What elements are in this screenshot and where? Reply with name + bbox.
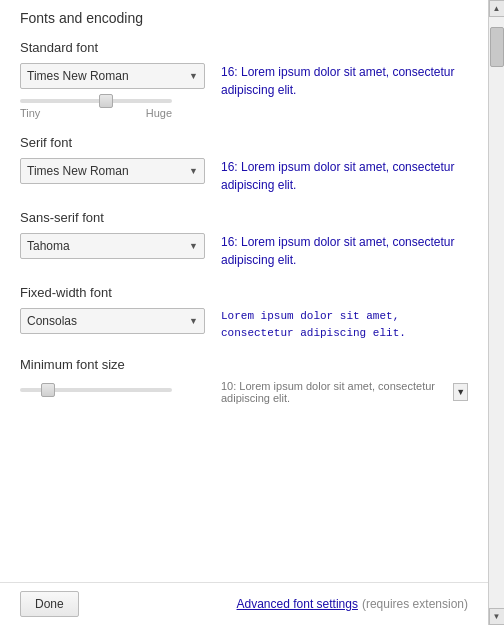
standard-font-select[interactable]: Times New Roman ▼ [20, 63, 205, 89]
standard-font-slider-track[interactable] [20, 99, 172, 103]
sans-serif-font-row: Tahoma ▼ 16: Lorem ipsum dolor sit amet,… [20, 233, 468, 269]
scrollbar-thumb[interactable] [490, 27, 504, 67]
bottom-bar-left: Done [20, 591, 79, 617]
main-content: Fonts and encoding Standard font Times N… [0, 0, 488, 625]
standard-font-slider-thumb[interactable] [99, 94, 113, 108]
bottom-bar-right: Advanced font settings (requires extensi… [237, 597, 468, 611]
slider-huge-label: Huge [146, 107, 172, 119]
standard-font-section: Standard font Times New Roman ▼ Tiny Hug… [20, 40, 468, 119]
sans-serif-font-preview: 16: Lorem ipsum dolor sit amet, consecte… [221, 233, 461, 269]
min-font-size-row: 10: Lorem ipsum dolor sit amet, consecte… [20, 380, 468, 404]
standard-font-slider-labels: Tiny Huge [20, 107, 172, 119]
done-button[interactable]: Done [20, 591, 79, 617]
bottom-bar: Done Advanced font settings (requires ex… [0, 582, 488, 625]
scrollbar-up-arrow[interactable]: ▲ [489, 0, 505, 17]
slider-tiny-label: Tiny [20, 107, 40, 119]
advanced-font-settings-link[interactable]: Advanced font settings [237, 597, 358, 611]
serif-font-label: Serif font [20, 135, 468, 150]
serif-font-controls: Times New Roman ▼ [20, 158, 205, 184]
min-font-size-dropdown-btn[interactable]: ▼ [453, 383, 468, 401]
standard-font-row: Times New Roman ▼ Tiny Huge 16: Lorem ip… [20, 63, 468, 119]
sans-serif-font-dropdown-icon: ▼ [189, 241, 198, 251]
serif-font-section: Serif font Times New Roman ▼ 16: Lorem i… [20, 135, 468, 194]
serif-font-dropdown-icon: ▼ [189, 166, 198, 176]
standard-font-select-text: Times New Roman [27, 69, 185, 83]
page-title: Fonts and encoding [20, 10, 468, 26]
standard-font-preview: 16: Lorem ipsum dolor sit amet, consecte… [221, 63, 461, 99]
fixed-width-font-controls: Consolas ▼ [20, 308, 205, 334]
requires-extension-text: (requires extension) [362, 597, 468, 611]
min-font-size-preview: 10: Lorem ipsum dolor sit amet, consecte… [221, 380, 449, 404]
sans-serif-font-select-text: Tahoma [27, 239, 185, 253]
serif-font-select-text: Times New Roman [27, 164, 185, 178]
fixed-width-font-select[interactable]: Consolas ▼ [20, 308, 205, 334]
serif-font-row: Times New Roman ▼ 16: Lorem ipsum dolor … [20, 158, 468, 194]
min-font-size-slider-thumb[interactable] [41, 383, 55, 397]
scrollbar-track[interactable] [489, 17, 504, 608]
min-font-size-preview-row: 10: Lorem ipsum dolor sit amet, consecte… [221, 380, 468, 404]
min-font-size-slider-track[interactable] [20, 388, 172, 392]
fixed-width-font-label: Fixed-width font [20, 285, 468, 300]
standard-font-controls: Times New Roman ▼ Tiny Huge [20, 63, 205, 119]
fixed-width-font-section: Fixed-width font Consolas ▼ Lorem ipsum … [20, 285, 468, 341]
fixed-width-font-dropdown-icon: ▼ [189, 316, 198, 326]
standard-font-dropdown-icon: ▼ [189, 71, 198, 81]
fixed-width-font-row: Consolas ▼ Lorem ipsum dolor sit amet, c… [20, 308, 468, 341]
standard-font-slider-container: Tiny Huge [20, 95, 205, 119]
min-font-size-label: Minimum font size [20, 357, 468, 372]
min-font-size-controls [20, 380, 205, 396]
scrollbar-down-arrow[interactable]: ▼ [489, 608, 505, 625]
standard-font-label: Standard font [20, 40, 468, 55]
scrollbar: ▲ ▼ [488, 0, 504, 625]
serif-font-preview: 16: Lorem ipsum dolor sit amet, consecte… [221, 158, 461, 194]
fixed-width-font-preview: Lorem ipsum dolor sit amet, consectetur … [221, 308, 461, 341]
sans-serif-font-label: Sans-serif font [20, 210, 468, 225]
sans-serif-font-select[interactable]: Tahoma ▼ [20, 233, 205, 259]
fixed-width-font-select-text: Consolas [27, 314, 185, 328]
min-font-size-section: Minimum font size 10: Lorem ipsum dolor … [20, 357, 468, 454]
sans-serif-font-section: Sans-serif font Tahoma ▼ 16: Lorem ipsum… [20, 210, 468, 269]
serif-font-select[interactable]: Times New Roman ▼ [20, 158, 205, 184]
sans-serif-font-controls: Tahoma ▼ [20, 233, 205, 259]
